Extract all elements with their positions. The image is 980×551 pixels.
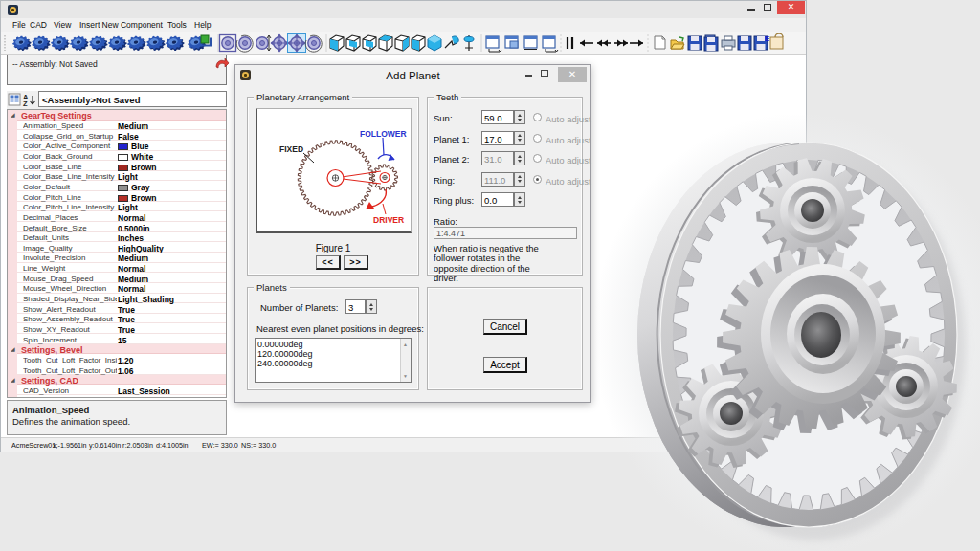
svg-text:DRIVER: DRIVER bbox=[373, 215, 404, 225]
svg-text:E: E bbox=[765, 34, 770, 43]
svg-text:FOLLOWER: FOLLOWER bbox=[360, 129, 407, 139]
svg-text:FIXED: FIXED bbox=[279, 144, 303, 154]
svg-text:Z: Z bbox=[23, 99, 28, 108]
